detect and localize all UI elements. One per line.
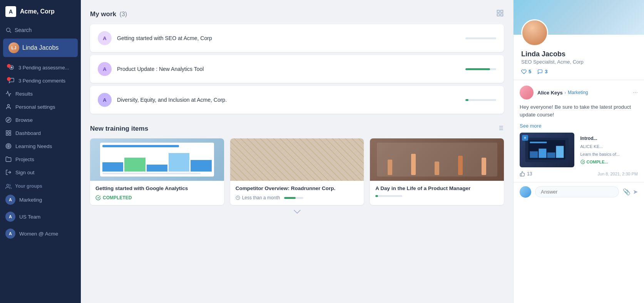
training-list-icon[interactable] xyxy=(497,125,504,133)
groups-label: Your groups xyxy=(15,183,42,189)
sidebar-item-comments[interactable]: 3 Pending comments xyxy=(0,74,81,87)
reply-input[interactable] xyxy=(535,186,619,197)
post-actions: 13 Jun 8, 2021, 2:30 PM xyxy=(520,171,638,177)
folder-icon xyxy=(5,156,12,162)
profile-avatar-img xyxy=(522,20,547,45)
post-card: Alice Keys › Marketing ··· Hey everyone!… xyxy=(514,80,644,182)
see-more-link[interactable]: See more xyxy=(520,123,638,129)
mywork-view-toggle[interactable] xyxy=(496,9,504,19)
assessments-label: 3 Pending assessme... xyxy=(18,65,69,71)
list-icon xyxy=(497,125,504,131)
svg-line-1 xyxy=(10,31,11,32)
media-plus-badge: + xyxy=(522,135,528,141)
progress-fill-diversity xyxy=(465,99,468,101)
show-more-button[interactable] xyxy=(90,205,504,219)
training-card-google-analytics[interactable]: Getting started with Google Analytics CO… xyxy=(90,138,224,205)
results-icon xyxy=(5,91,12,97)
comments-count: 3 xyxy=(545,69,547,74)
mywork-card-diversity[interactable]: A Diversity, Equity, and Inclusion at Ac… xyxy=(90,86,504,114)
projects-label: Projects xyxy=(15,157,34,162)
post-menu-button[interactable]: ··· xyxy=(633,89,638,96)
assessments-badge xyxy=(7,64,11,68)
sidebar-item-dashboard[interactable]: Dashboard xyxy=(0,126,81,140)
post-media-info: Introd... ALICE KE... Learn the basics o… xyxy=(577,133,638,167)
results-label: Results xyxy=(15,91,33,97)
attachment-icon[interactable]: 📎 xyxy=(623,188,631,195)
course-icon-diversity: A xyxy=(98,93,112,107)
sidebar-item-women-acme[interactable]: A Women @ Acme xyxy=(0,225,81,242)
profile-likes-stat[interactable]: 5 xyxy=(521,69,531,74)
reply-avatar xyxy=(520,186,531,198)
search-icon xyxy=(5,27,12,33)
completed-label: COMPLETED xyxy=(103,195,132,200)
progress-bar-seo xyxy=(465,37,496,39)
active-user-avatar: LJ xyxy=(8,42,19,53)
sidebar-item-us-team[interactable]: A US Team xyxy=(0,208,81,225)
us-team-avatar: A xyxy=(5,212,15,222)
marketing-avatar: A xyxy=(5,195,15,205)
check-circle-icon xyxy=(95,195,101,200)
card-title-analytics: Getting started with Google Analytics xyxy=(95,185,219,191)
browse-label: Browse xyxy=(15,117,33,123)
personal-settings-label: Personal settings xyxy=(15,104,55,110)
post-media: + Introd... ALICE KE... Learn the basics… xyxy=(520,133,638,167)
active-user-item[interactable]: LJ Linda Jacobs xyxy=(3,39,78,57)
post-media-image[interactable]: + xyxy=(520,133,574,167)
app-name: Acme, Corp xyxy=(20,8,55,15)
svg-rect-18 xyxy=(501,14,503,16)
search-label: Search xyxy=(15,27,32,33)
mywork-card-seo[interactable]: A Getting started with SEO at Acme, Corp xyxy=(90,24,504,52)
media-status: COMPLE... xyxy=(587,160,608,164)
search-button[interactable]: Search xyxy=(0,23,81,37)
training-title: New training items xyxy=(90,125,148,133)
completed-badge-analytics: COMPLETED xyxy=(95,195,219,200)
send-icon[interactable]: ➤ xyxy=(633,188,638,195)
media-author: ALICE KE... xyxy=(580,144,635,149)
card-title-roadrunner: Competitor Overview: Roadrunner Corp. xyxy=(236,185,359,191)
sidebar-item-personal-settings[interactable]: Personal settings xyxy=(0,100,81,113)
sidebar-item-results[interactable]: Results xyxy=(0,87,81,100)
time-label-roadrunner: Less than a month xyxy=(242,195,280,200)
svg-rect-7 xyxy=(6,131,8,133)
progress-pm xyxy=(375,195,402,197)
media-check-icon xyxy=(580,160,585,164)
chevron-down-icon xyxy=(293,209,301,214)
media-title: Introd... xyxy=(580,136,635,141)
target-icon xyxy=(5,143,12,149)
time-badge-roadrunner: Less than a month xyxy=(236,195,359,200)
app-logo: A Acme, Corp xyxy=(0,0,81,23)
progress-fill-analytics xyxy=(465,68,490,70)
sidebar-item-browse[interactable]: Browse xyxy=(0,113,81,126)
sidebar-item-assessments[interactable]: 3 Pending assessme... xyxy=(0,61,81,74)
training-card-roadrunner[interactable]: Competitor Overview: Roadrunner Corp. Le… xyxy=(230,138,364,205)
training-card-img-product-manager xyxy=(370,138,504,181)
post-header: Alice Keys › Marketing ··· xyxy=(520,86,638,99)
svg-rect-16 xyxy=(497,10,500,13)
profile-banner xyxy=(514,0,644,35)
mywork-card-analytics[interactable]: A Product Update : New Analytics Tool xyxy=(90,55,504,83)
svg-point-0 xyxy=(7,28,10,32)
likes-count: 5 xyxy=(529,69,531,74)
progress-roadrunner xyxy=(284,197,303,199)
right-panel: Linda Jacobs SEO Specialist, Acme, Corp … xyxy=(513,0,644,303)
training-grid: Getting started with Google Analytics CO… xyxy=(90,138,504,205)
media-desc: Learn the basics of... xyxy=(580,152,635,157)
logout-icon xyxy=(5,169,12,175)
sidebar-item-learning-needs[interactable]: Learning Needs xyxy=(0,140,81,153)
like-button[interactable]: 13 xyxy=(520,171,532,177)
progress-fill-pm xyxy=(375,195,378,197)
post-group: Marketing xyxy=(568,90,588,95)
svg-point-5 xyxy=(6,117,11,122)
sidebar-item-marketing[interactable]: A Marketing xyxy=(0,191,81,208)
post-author: Alice Keys xyxy=(537,90,563,96)
course-title-seo: Getting started with SEO at Acme, Corp xyxy=(117,35,212,41)
profile-comments-stat[interactable]: 3 xyxy=(537,69,547,74)
sidebar-item-sign-out[interactable]: Sign out xyxy=(0,166,81,179)
sign-out-label: Sign out xyxy=(15,170,35,175)
training-card-product-manager[interactable]: A Day in the Life of a Product Manager xyxy=(370,138,504,205)
svg-rect-8 xyxy=(9,131,11,133)
course-icon-analytics: A xyxy=(98,62,112,76)
sidebar-item-projects[interactable]: Projects xyxy=(0,153,81,166)
svg-point-15 xyxy=(7,184,8,186)
mywork-title: My work (3) xyxy=(90,10,127,18)
